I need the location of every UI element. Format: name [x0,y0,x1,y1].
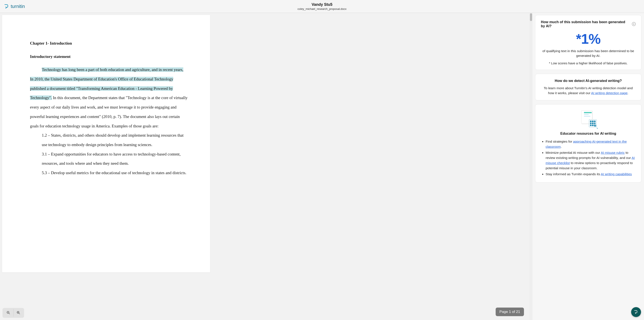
doc-scrollbar[interactable] [530,13,532,320]
ai-capabilities-link[interactable]: AI writing capabilities [601,172,632,176]
educator-bullet: Find strategies for approaching AI-gener… [546,139,636,149]
turnitin-logo-icon [4,4,10,9]
detection-card-body: To learn more about Turnitin's AI writin… [541,86,636,95]
ai-detection-page-link[interactable]: AI writing detection page [591,91,628,95]
brand-text: turnitin [11,4,25,9]
zoom-in-button[interactable] [13,309,23,316]
zoom-controls [2,308,24,317]
page-indicator: Page 1 of 21 [496,307,524,316]
goal-item: 1.2 – States, districts, and others shou… [42,131,189,149]
detection-card-title: How do we detect AI-generated writing? [541,79,636,83]
highlighted-text-1: Technology has long been a part of both … [42,67,183,72]
educator-illustration [541,110,636,127]
document-viewer[interactable]: Chapter 1- Introduction Introductory sta… [0,13,532,320]
goals-list: 1.2 – States, districts, and others shou… [30,131,189,177]
educator-bullets: Find strategies for approaching AI-gener… [541,139,636,177]
svg-line-1 [9,313,10,314]
file-name: coley_michael_research_proposal.docx [298,7,346,11]
educator-bullet: Minimize potential AI misuse with our AI… [546,150,636,171]
student-name: Vandy Stu5 [298,2,346,7]
ai-misuse-rubric-link[interactable]: AI misuse rubric [601,151,625,154]
ai-score-title: How much of this submission has been gen… [541,20,630,28]
goal-item: 5.3 – Develop useful metrics for the edu… [42,168,189,178]
app-header: turnitin Vandy Stu5 coley_michael_resear… [0,0,644,13]
zoom-in-icon [16,310,20,315]
doc-scrollbar-thumb[interactable] [530,13,532,21]
ai-score-card: How much of this submission has been gen… [535,15,642,70]
header-center: Vandy Stu5 coley_michael_research_propos… [298,2,346,11]
ai-score-value: *1% [541,31,636,47]
educator-resources-card: Educator resources for AI writing Find s… [535,104,642,183]
body-rest: In this document, the Department states … [30,95,188,128]
turnitin-fab-icon [634,310,638,314]
goal-item: 3.1 – Expand opportunities for educators… [42,149,189,168]
main-area: Chapter 1- Introduction Introductory sta… [0,13,644,320]
body-paragraph: Technology has long been a part of both … [30,65,189,131]
document-page: Chapter 1- Introduction Introductory sta… [2,15,210,272]
info-icon[interactable]: i [632,22,636,26]
ai-score-desc: of qualifying text in this submission ha… [541,49,636,58]
svg-line-4 [19,313,20,314]
detection-body-post: . [628,91,628,95]
zoom-out-icon [6,310,10,315]
ai-score-note: * Low scores have a higher likelihood of… [541,61,636,65]
turnitin-logo[interactable]: turnitin [4,4,25,9]
section-title: Introductory statement [30,52,189,61]
chapter-title: Chapter 1- Introduction [30,39,189,48]
zoom-out-button[interactable] [4,309,13,316]
ai-sidebar: How much of this submission has been gen… [532,13,644,320]
educator-card-title: Educator resources for AI writing [541,131,636,136]
educator-bullet: Stay informed as Turnitin expands its AI… [546,172,636,177]
help-fab-button[interactable] [631,307,641,317]
detection-info-card: How do we detect AI-generated writing? T… [535,74,642,100]
